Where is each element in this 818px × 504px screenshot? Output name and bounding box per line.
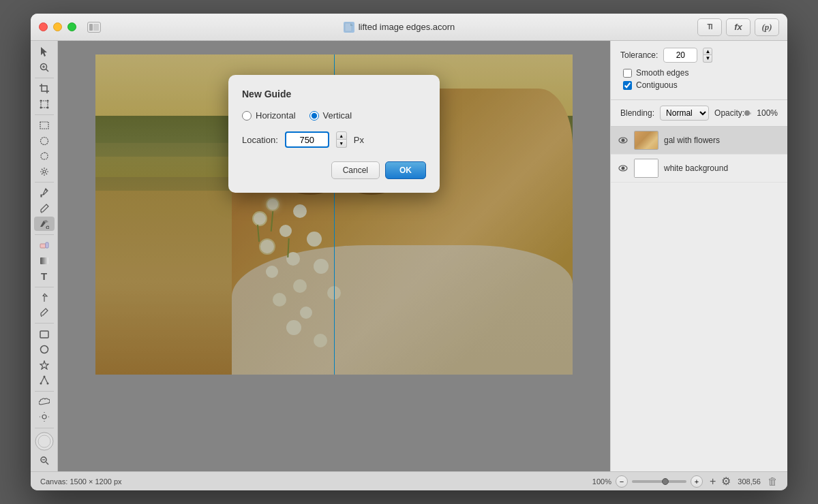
pen-tool[interactable]	[34, 290, 55, 304]
titlebar-center: lifted image edges.acorn	[101, 22, 697, 33]
paint-bucket-tool[interactable]	[34, 217, 55, 231]
arrow-tool[interactable]	[34, 45, 55, 59]
svg-point-40	[42, 415, 46, 419]
cancel-button[interactable]: Cancel	[331, 161, 380, 179]
gradient-tool[interactable]	[34, 253, 55, 268]
svg-line-26	[46, 169, 47, 170]
text-style-button[interactable]: TI	[697, 18, 722, 36]
layer-name-white-bg: white background	[664, 163, 728, 173]
smooth-edges-label: Smooth edges	[636, 68, 688, 78]
zoom-to-fit-tool[interactable]	[34, 453, 55, 467]
svg-rect-8	[42, 86, 47, 91]
zoom-in-button[interactable]: +	[691, 475, 703, 488]
maximize-button[interactable]	[67, 22, 76, 31]
tool-separator-2	[35, 114, 54, 115]
pencil-tool[interactable]	[34, 306, 55, 320]
zoom-slider[interactable]	[632, 480, 686, 483]
delete-layer-button[interactable]: 🗑	[768, 475, 778, 487]
zoom-out-button[interactable]: −	[616, 475, 628, 488]
tolerance-stepper-down[interactable]: ▼	[703, 55, 712, 63]
close-button[interactable]	[39, 22, 48, 31]
traffic-lights	[39, 22, 76, 31]
brush-tool[interactable]	[34, 202, 55, 216]
location-stepper-down[interactable]: ▼	[336, 140, 347, 148]
zoom-controls: 100% − +	[592, 475, 703, 488]
canvas-area[interactable]: New Guide Horizontal Vertical Location:	[58, 41, 610, 471]
smooth-edges-checkbox[interactable]	[623, 69, 632, 78]
layer-item-white-bg[interactable]: white background	[611, 155, 787, 183]
vertical-radio-label[interactable]: Vertical	[309, 110, 352, 121]
svg-line-5	[46, 69, 48, 72]
location-row: Location: ▲ ▼ Px	[242, 131, 426, 148]
rect-marquee-tool[interactable]	[34, 119, 55, 133]
layers-panel: Blending: Normal Multiply Screen Overlay…	[611, 100, 787, 471]
location-input[interactable]	[285, 131, 329, 148]
tolerance-stepper-up[interactable]: ▲	[703, 48, 712, 55]
svg-line-48	[46, 462, 48, 464]
ok-button[interactable]: OK	[385, 161, 426, 179]
location-label: Location:	[242, 135, 278, 145]
vertical-label: Vertical	[323, 110, 352, 121]
svg-point-15	[46, 99, 48, 101]
eraser-tool[interactable]	[34, 238, 55, 253]
file-icon	[344, 22, 354, 33]
magic-wand-tool[interactable]	[34, 165, 55, 179]
smooth-edges-row: Smooth edges	[620, 68, 778, 78]
horizontal-radio[interactable]	[242, 111, 252, 121]
tool-separator-1	[35, 78, 54, 78]
svg-rect-34	[40, 331, 48, 338]
zoom-tool[interactable]	[34, 61, 55, 75]
right-panel: Tolerance: ▲ ▼ Smooth edges Contiguous	[610, 41, 787, 471]
script-button[interactable]: (p)	[755, 18, 779, 36]
tolerance-input[interactable]	[663, 48, 697, 63]
crop-tool[interactable]	[34, 82, 55, 96]
layer-name-gal: gal with flowers	[664, 136, 720, 145]
transform-tool[interactable]	[34, 97, 55, 112]
vertical-radio[interactable]	[309, 111, 319, 121]
svg-rect-13	[41, 101, 48, 108]
star-tool[interactable]	[34, 358, 55, 372]
layer-visibility-gal[interactable]	[618, 135, 628, 146]
cloud-tool[interactable]	[34, 394, 55, 409]
add-layer-button[interactable]: +	[710, 475, 716, 488]
sun-tool[interactable]	[34, 410, 55, 424]
sidebar-toggle-button[interactable]	[87, 22, 101, 33]
svg-rect-1	[93, 24, 99, 31]
ellipse-marquee-tool[interactable]	[34, 134, 55, 148]
contiguous-label: Contiguous	[636, 80, 678, 90]
opacity-slider-thumb	[744, 110, 750, 116]
eyedropper-tool[interactable]	[34, 186, 55, 200]
layer-visibility-white-bg[interactable]	[618, 163, 628, 174]
vector-tool[interactable]	[34, 373, 55, 388]
text-tool[interactable]: T	[34, 269, 55, 283]
layer-thumb-gal	[634, 131, 658, 150]
svg-rect-33	[40, 257, 48, 264]
svg-point-53	[622, 167, 625, 170]
minimize-button[interactable]	[53, 22, 62, 31]
color-selector[interactable]	[33, 431, 56, 452]
layer-thumb-white-bg	[634, 159, 658, 178]
blending-label: Blending:	[620, 108, 654, 118]
lasso-tool[interactable]	[34, 149, 55, 163]
layer-item-gal[interactable]: gal with flowers	[611, 127, 787, 155]
main-content: T	[31, 41, 787, 471]
svg-marker-36	[40, 361, 48, 369]
opacity-slider[interactable]	[750, 112, 751, 114]
location-stepper-up[interactable]: ▲	[336, 131, 347, 140]
effects-button[interactable]: fx	[726, 18, 751, 36]
svg-point-38	[40, 383, 42, 385]
app-window: lifted image edges.acorn TI fx (p)	[31, 14, 787, 490]
blending-select[interactable]: Normal Multiply Screen Overlay	[660, 106, 709, 121]
tool-separator-7	[35, 391, 54, 392]
svg-point-37	[43, 376, 45, 378]
shape-rect-tool[interactable]	[34, 327, 55, 341]
svg-point-51	[622, 139, 625, 142]
svg-point-30	[46, 226, 49, 229]
settings-button[interactable]: ⚙	[721, 475, 731, 488]
contiguous-checkbox[interactable]	[623, 81, 632, 90]
horizontal-radio-label[interactable]: Horizontal	[242, 110, 296, 121]
svg-rect-32	[46, 242, 48, 248]
window-title: lifted image edges.acorn	[359, 22, 455, 32]
status-actions: + ⚙	[710, 475, 731, 488]
shape-ellipse-tool[interactable]	[34, 343, 55, 357]
